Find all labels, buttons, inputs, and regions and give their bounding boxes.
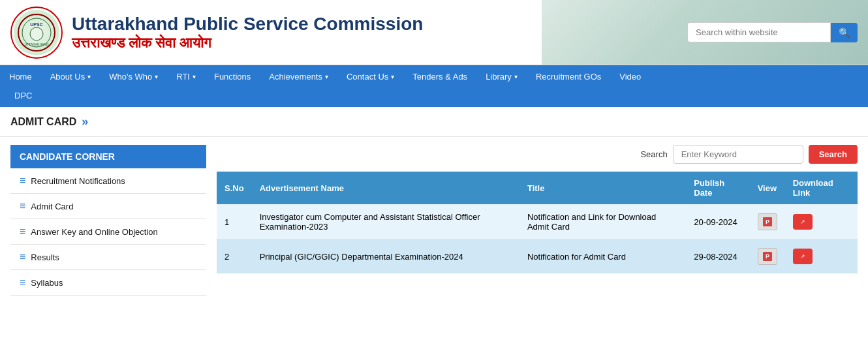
sidebar-header: CANDIDATE CORNER — [10, 145, 206, 168]
org-title-hindi: उत्तराखण्ड लोक सेवा आयोग — [72, 35, 423, 52]
sidebar-item-syllabus[interactable]: ≡ Syllabus — [10, 270, 206, 296]
list-icon-5: ≡ — [20, 277, 25, 288]
col-header-title: Title — [519, 172, 686, 204]
cell-title-1: Notification and Link for Download Admit… — [519, 204, 686, 240]
list-icon-2: ≡ — [20, 200, 25, 212]
library-chevron: ▾ — [514, 73, 518, 80]
admit-card-table: S.No Advertisement Name Title Publish Da… — [217, 172, 858, 273]
whos-who-chevron: ▾ — [155, 73, 158, 80]
sidebar: CANDIDATE CORNER ≡ Recruitment Notificat… — [10, 145, 206, 296]
cell-sno-1: 1 — [217, 204, 252, 240]
nav-achievements[interactable]: Achievements ▾ — [260, 65, 337, 88]
download-button-1[interactable]: ↗ — [793, 214, 813, 230]
table-row: 2 Principal (GIC/GGIC) Departmental Exam… — [217, 240, 858, 273]
svg-text:P: P — [766, 253, 769, 260]
sidebar-item-results[interactable]: ≡ Results — [10, 245, 206, 270]
nav-bar: Home About Us ▾ Who's Who ▾ RTI ▾ Functi… — [0, 65, 868, 107]
table-search-button[interactable]: Search — [809, 145, 858, 164]
cell-advertisement-1: Investigator cum Computer and Assistant … — [252, 204, 519, 240]
cell-view-2: P — [750, 240, 785, 273]
logo-area: UPSC UTTARAKHAND Uttarakhand Public Serv… — [10, 7, 423, 59]
view-button-2[interactable]: P — [758, 248, 777, 265]
sidebar-item-label-4: Results — [31, 252, 59, 262]
main-content: CANDIDATE CORNER ≡ Recruitment Notificat… — [0, 137, 868, 303]
nav-home[interactable]: Home — [0, 65, 41, 88]
nav-about-us[interactable]: About Us ▾ — [41, 65, 100, 88]
cell-download-1: ↗ — [785, 204, 858, 240]
svg-text:P: P — [766, 219, 769, 225]
table-search-input[interactable] — [673, 145, 803, 164]
header: UPSC UTTARAKHAND Uttarakhand Public Serv… — [0, 0, 868, 65]
nav-functions[interactable]: Functions — [205, 65, 260, 88]
table-search-label: Search — [640, 149, 667, 159]
header-search-input[interactable] — [687, 22, 831, 42]
page-title: ADMIT CARD — [10, 116, 76, 128]
nav-rti[interactable]: RTI ▾ — [167, 65, 205, 88]
cell-advertisement-2: Principal (GIC/GGIC) Departmental Examin… — [252, 240, 519, 273]
svg-text:UTTARAKHAND: UTTARAKHAND — [24, 42, 49, 46]
col-header-publish-date: Publish Date — [686, 172, 749, 204]
nav-dpc[interactable]: DPC — [9, 88, 37, 103]
cell-date-1: 20-09-2024 — [686, 204, 749, 240]
nav-whos-who[interactable]: Who's Who ▾ — [100, 65, 167, 88]
col-header-view: View — [750, 172, 785, 204]
nav-contact-us[interactable]: Contact Us ▾ — [337, 65, 403, 88]
sidebar-item-label-1: Recruitment Notifications — [31, 176, 125, 186]
list-icon-1: ≡ — [20, 175, 25, 187]
logo: UPSC UTTARAKHAND — [10, 7, 63, 59]
sidebar-item-answer-key[interactable]: ≡ Answer Key and Online Objection — [10, 219, 206, 245]
org-title-english: Uttarakhand Public Service Commission — [72, 13, 423, 35]
sidebar-item-label-3: Answer Key and Online Objection — [31, 227, 157, 237]
sidebar-item-recruitment-notifications[interactable]: ≡ Recruitment Notifications — [10, 168, 206, 194]
svg-point-3 — [30, 27, 43, 40]
sidebar-item-admit-card[interactable]: ≡ Admit Card — [10, 194, 206, 219]
rti-chevron: ▾ — [193, 73, 196, 80]
svg-text:↗: ↗ — [800, 253, 805, 260]
sidebar-item-label-5: Syllabus — [31, 278, 63, 288]
cell-download-2: ↗ — [785, 240, 858, 273]
nav-recruitment-gos[interactable]: Recruitment GOs — [527, 65, 610, 88]
cell-date-2: 29-08-2024 — [686, 240, 749, 273]
cell-view-1: P — [750, 204, 785, 240]
view-button-1[interactable]: P — [758, 213, 777, 230]
primary-nav: Home About Us ▾ Who's Who ▾ RTI ▾ Functi… — [0, 65, 868, 88]
nav-tenders-ads[interactable]: Tenders & Ads — [403, 65, 476, 88]
achievements-chevron: ▾ — [325, 73, 328, 80]
table-area: Search Search S.No Advertisement Name Ti… — [217, 145, 858, 273]
logo-emblem: UPSC UTTARAKHAND — [14, 10, 59, 55]
org-title: Uttarakhand Public Service Commission उत… — [72, 13, 423, 52]
header-search-area: 🔍 — [687, 22, 858, 42]
secondary-nav: DPC — [0, 88, 868, 107]
cell-title-2: Notification for Admit Card — [519, 240, 686, 273]
svg-text:↗: ↗ — [800, 219, 805, 225]
table-search-row: Search Search — [217, 145, 858, 164]
contact-us-chevron: ▾ — [391, 73, 394, 80]
cell-sno-2: 2 — [217, 240, 252, 273]
nav-library[interactable]: Library ▾ — [476, 65, 527, 88]
svg-text:UPSC: UPSC — [30, 22, 42, 27]
col-header-advertisement: Advertisement Name — [252, 172, 519, 204]
list-icon-4: ≡ — [20, 251, 25, 263]
nav-video[interactable]: Video — [610, 65, 650, 88]
header-search-button[interactable]: 🔍 — [831, 23, 858, 42]
download-button-2[interactable]: ↗ — [793, 249, 813, 264]
page-title-arrow-icon: » — [82, 115, 88, 129]
list-icon-3: ≡ — [20, 226, 25, 237]
col-header-download: Download Link — [785, 172, 858, 204]
table-row: 1 Investigator cum Computer and Assistan… — [217, 204, 858, 240]
page-title-bar: ADMIT CARD » — [0, 107, 868, 137]
sidebar-item-label-2: Admit Card — [31, 202, 73, 211]
table-header-row: S.No Advertisement Name Title Publish Da… — [217, 172, 858, 204]
col-header-sno: S.No — [217, 172, 252, 204]
about-us-chevron: ▾ — [87, 73, 91, 80]
